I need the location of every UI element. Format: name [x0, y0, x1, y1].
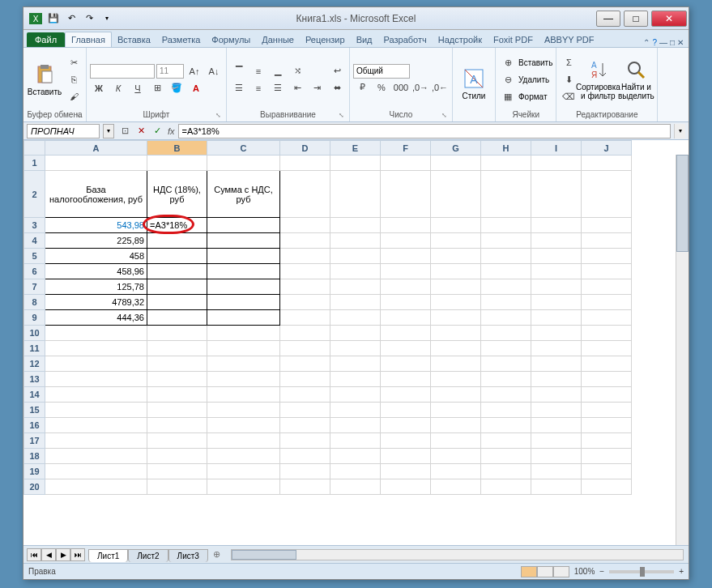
row-header-5[interactable]: 5	[24, 249, 45, 264]
row-header-12[interactable]: 12	[24, 356, 45, 372]
cell-F9[interactable]	[381, 310, 431, 326]
cell-A14[interactable]	[45, 387, 147, 403]
cell-G2[interactable]	[431, 171, 481, 218]
row-header-20[interactable]: 20	[24, 479, 45, 495]
font-color-icon[interactable]: A	[187, 80, 205, 96]
delete-cells-icon[interactable]: ⊖	[499, 71, 517, 87]
cell-C13[interactable]	[207, 372, 280, 387]
cell-B8[interactable]	[147, 295, 207, 310]
insert-cells-label[interactable]: Вставить	[518, 58, 552, 67]
row-header-2[interactable]: 2	[24, 171, 45, 218]
cell-E3[interactable]	[330, 218, 381, 233]
row-header-13[interactable]: 13	[24, 372, 45, 387]
comma-icon[interactable]: 000	[392, 79, 410, 96]
close-button[interactable]: ✕	[651, 11, 687, 27]
cell-D18[interactable]	[280, 449, 330, 464]
col-header-A[interactable]: A	[45, 141, 147, 156]
cell-A11[interactable]	[45, 341, 147, 356]
cell-E5[interactable]	[330, 249, 381, 264]
cell-B6[interactable]	[147, 264, 207, 279]
cell-E14[interactable]	[330, 387, 381, 403]
cell-H2[interactable]	[481, 171, 531, 218]
doc-minimize-icon[interactable]: —	[659, 38, 667, 47]
cell-I3[interactable]	[531, 218, 582, 233]
cell-I9[interactable]	[531, 310, 582, 326]
cell-D17[interactable]	[280, 433, 330, 449]
cell-I10[interactable]	[531, 326, 582, 341]
cell-I20[interactable]	[531, 479, 582, 495]
sort-filter-button[interactable]: AЯ Сортировка и фильтр	[580, 53, 616, 105]
cell-D8[interactable]	[280, 295, 330, 310]
cell-H10[interactable]	[481, 326, 531, 341]
cell-B7[interactable]	[147, 279, 207, 295]
tab-data[interactable]: Данные	[256, 32, 300, 47]
view-normal-icon[interactable]	[521, 566, 537, 577]
decrease-decimal-icon[interactable]: ,0←	[431, 79, 449, 96]
cell-J15[interactable]	[582, 403, 632, 418]
row-header-16[interactable]: 16	[24, 418, 45, 433]
cell-F20[interactable]	[381, 479, 431, 495]
cell-E20[interactable]	[330, 479, 381, 495]
horizontal-scrollbar[interactable]	[231, 549, 684, 560]
cell-B18[interactable]	[147, 449, 207, 464]
cell-A8[interactable]: 4789,32	[45, 295, 147, 310]
cell-I17[interactable]	[531, 433, 582, 449]
cell-C9[interactable]	[207, 310, 280, 326]
cell-J3[interactable]	[582, 218, 632, 233]
cell-H5[interactable]	[481, 249, 531, 264]
doc-close-icon[interactable]: ✕	[677, 38, 684, 47]
row-header-11[interactable]: 11	[24, 341, 45, 356]
name-box-dropdown-icon[interactable]: ▾	[103, 124, 114, 138]
format-painter-icon[interactable]: 🖌	[65, 88, 83, 104]
delete-cells-label[interactable]: Удалить	[518, 75, 549, 84]
col-header-H[interactable]: H	[481, 141, 531, 156]
align-middle-icon[interactable]: ≡	[249, 63, 267, 79]
increase-decimal-icon[interactable]: ,0→	[411, 79, 429, 96]
row-header-6[interactable]: 6	[24, 264, 45, 279]
row-header-8[interactable]: 8	[24, 295, 45, 310]
cell-B12[interactable]	[147, 356, 207, 372]
col-header-E[interactable]: E	[330, 141, 381, 156]
italic-icon[interactable]: К	[109, 80, 127, 96]
cell-F11[interactable]	[381, 341, 431, 356]
cell-E9[interactable]	[330, 310, 381, 326]
cell-H19[interactable]	[481, 464, 531, 479]
styles-button[interactable]: A Стили	[456, 58, 492, 110]
cell-G4[interactable]	[431, 233, 481, 249]
cell-B13[interactable]	[147, 372, 207, 387]
tab-formulas[interactable]: Формулы	[206, 32, 256, 47]
cell-A19[interactable]	[45, 464, 147, 479]
vertical-scrollbar[interactable]	[676, 155, 689, 545]
cell-H18[interactable]	[481, 449, 531, 464]
percent-icon[interactable]: %	[373, 79, 390, 96]
cell-J9[interactable]	[582, 310, 632, 326]
cell-F12[interactable]	[381, 356, 431, 372]
cell-F19[interactable]	[381, 464, 431, 479]
cell-H9[interactable]	[481, 310, 531, 326]
cell-H14[interactable]	[481, 387, 531, 403]
cell-J14[interactable]	[582, 387, 632, 403]
cell-E10[interactable]	[330, 326, 381, 341]
col-header-F[interactable]: F	[381, 141, 431, 156]
cell-B2[interactable]: НДС (18%), руб	[147, 171, 207, 218]
redo-icon[interactable]: ↷	[82, 11, 96, 26]
cell-C16[interactable]	[207, 418, 280, 433]
cell-H1[interactable]	[481, 156, 531, 171]
align-left-icon[interactable]: ☰	[230, 80, 248, 96]
cell-C14[interactable]	[207, 387, 280, 403]
zoom-slider[interactable]	[609, 570, 674, 573]
cell-B5[interactable]	[147, 249, 207, 264]
cell-E1[interactable]	[330, 156, 381, 171]
fx-icon[interactable]: fx	[168, 126, 175, 136]
cell-G14[interactable]	[431, 387, 481, 403]
cell-H17[interactable]	[481, 433, 531, 449]
cell-G17[interactable]	[431, 433, 481, 449]
cell-E6[interactable]	[330, 264, 381, 279]
tab-insert[interactable]: Вставка	[112, 32, 156, 47]
cell-G12[interactable]	[431, 356, 481, 372]
align-bottom-icon[interactable]: ▁	[269, 63, 287, 79]
cell-B16[interactable]	[147, 418, 207, 433]
cell-H6[interactable]	[481, 264, 531, 279]
cell-A4[interactable]: 225,89	[45, 233, 147, 249]
minimize-button[interactable]: —	[596, 11, 620, 27]
